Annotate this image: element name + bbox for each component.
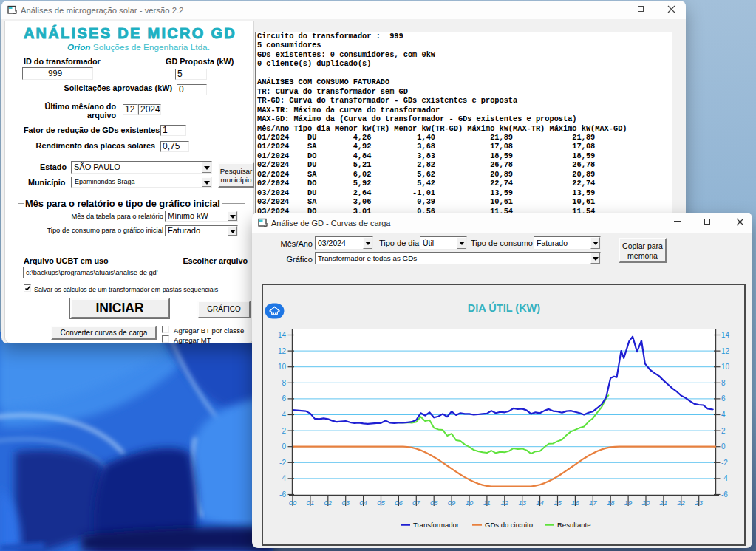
svg-text:17: 17 [589,499,597,507]
svg-text:13: 13 [518,499,526,507]
svg-text:4: 4 [721,411,726,419]
svg-text:-6: -6 [279,490,286,499]
svg-text:8: 8 [721,379,726,387]
svg-text:11: 11 [483,499,491,507]
svg-text:20: 20 [641,499,650,507]
svg-text:GDs do circuito: GDs do circuito [485,521,533,529]
svg-text:Resultante: Resultante [557,521,590,529]
svg-text:02: 02 [324,499,333,507]
svg-text:-2: -2 [721,459,728,467]
svg-text:16: 16 [571,499,579,507]
svg-text:08: 08 [430,499,438,507]
svg-text:0: 0 [282,442,286,451]
svg-text:23: 23 [694,499,703,507]
svg-text:10: 10 [721,363,730,371]
svg-text:10: 10 [466,499,474,507]
svg-text:8: 8 [282,379,286,387]
svg-text:14: 14 [721,331,730,339]
svg-text:03: 03 [341,499,350,507]
svg-text:19: 19 [624,499,633,507]
svg-text:22: 22 [677,499,686,507]
svg-text:18: 18 [607,499,615,507]
svg-text:-2: -2 [279,459,286,467]
svg-text:4: 4 [282,411,286,419]
svg-text:10: 10 [278,363,287,371]
svg-text:-4: -4 [721,474,728,482]
svg-text:05: 05 [377,499,385,507]
svg-text:-4: -4 [279,474,286,482]
svg-text:2: 2 [282,427,286,435]
svg-text:15: 15 [554,499,562,507]
svg-text:6: 6 [282,394,286,403]
svg-text:01: 01 [307,499,315,507]
svg-text:Transformador: Transformador [413,521,459,529]
svg-text:07: 07 [412,499,420,507]
svg-text:-6: -6 [721,490,728,499]
svg-text:6: 6 [721,394,726,403]
svg-text:04: 04 [359,499,367,507]
svg-text:14: 14 [536,499,544,507]
svg-text:12: 12 [501,499,509,507]
svg-text:0: 0 [721,442,726,451]
svg-text:12: 12 [721,347,730,355]
svg-text:2: 2 [721,427,726,435]
svg-text:06: 06 [395,499,403,507]
svg-text:09: 09 [448,499,456,507]
svg-text:12: 12 [278,347,287,355]
svg-text:14: 14 [278,331,287,339]
svg-text:00: 00 [289,499,297,507]
svg-text:21: 21 [659,499,668,507]
svg-text:DIA ÚTIL (KW): DIA ÚTIL (KW) [468,301,540,314]
